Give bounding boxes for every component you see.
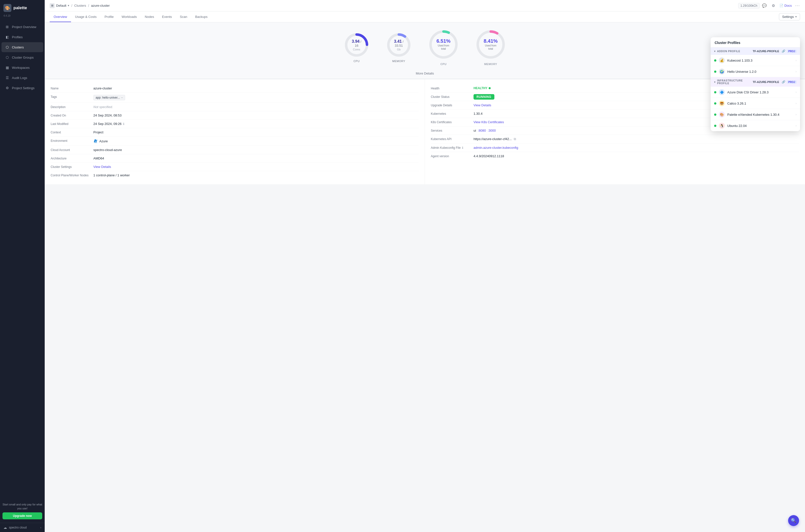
infra-type-label: INFRASTRUCTURE PROFILE bbox=[717, 79, 751, 85]
sidebar-footer: ☁ spectro cloud ‹ bbox=[0, 523, 45, 532]
upgrade-button[interactable]: Upgrade now bbox=[2, 512, 42, 519]
tab-scan[interactable]: Scan bbox=[176, 12, 191, 22]
azure-disk-icon: 🔷 bbox=[719, 89, 725, 95]
tag-remove-icon[interactable]: − bbox=[121, 96, 123, 100]
sidebar-item-project-settings[interactable]: ⚙ Project Settings bbox=[1, 83, 43, 93]
calico-chevron-icon: › bbox=[796, 101, 797, 105]
tab-usage-costs[interactable]: Usage & Costs bbox=[71, 12, 100, 22]
profile-item-hello-universe[interactable]: 🌍 Hello Universe 1.2.0 › bbox=[711, 66, 800, 77]
tab-events[interactable]: Events bbox=[158, 12, 176, 22]
service-port-3000[interactable]: :3000 bbox=[488, 129, 496, 132]
profile-item-calico[interactable]: 🐯 Calico 3.26.1 › bbox=[711, 98, 800, 109]
sidebar-item-project-overview[interactable]: ⊞ Project Overview bbox=[1, 22, 43, 32]
breadcrumb-clusters[interactable]: Clusters bbox=[74, 4, 86, 7]
topbar: ⊞ Default ▾ / Clusters / azure-cluster 1… bbox=[45, 0, 805, 12]
azure-disk-chevron-icon: › bbox=[796, 90, 797, 94]
infra-profile-name: TF-AZURE-PROFILE bbox=[753, 80, 779, 83]
hello-universe-status-dot bbox=[714, 71, 716, 73]
kubecost-icon: 💰 bbox=[719, 57, 725, 63]
tab-nodes[interactable]: Nodes bbox=[141, 12, 158, 22]
azure-logo: Azure bbox=[93, 139, 419, 143]
audit-logs-icon: ☰ bbox=[5, 76, 9, 80]
env-dropdown-chevron: ▾ bbox=[68, 4, 69, 7]
addon-proj-badge: PROJ bbox=[787, 50, 797, 53]
environment-selector[interactable]: ⊞ Default ▾ bbox=[50, 3, 69, 8]
detail-left-col: Name azure-cluster Tags app: hello-unive… bbox=[45, 79, 425, 184]
k8s-api-copy-icon[interactable]: ⧉ bbox=[514, 137, 516, 141]
ubuntu-name: Ubuntu 22.04 bbox=[727, 124, 793, 128]
profile-item-palette-k8s[interactable]: 🎨 Palette eXtended Kubernetes 1.30.4 › bbox=[711, 109, 800, 120]
kubecost-status-dot bbox=[714, 59, 716, 62]
service-port-8080[interactable]: :8080 bbox=[478, 129, 486, 132]
settings-icon[interactable]: ⚙ bbox=[770, 3, 776, 8]
addon-profile-header[interactable]: ▾ ADDON PROFILE TF-AZURE-PROFILE 🔗 PROJ bbox=[711, 48, 800, 55]
tab-profile[interactable]: Profile bbox=[100, 12, 118, 22]
memory-metric: 3.41 / 33.51 Gb MEMORY bbox=[385, 31, 413, 62]
health-dot bbox=[488, 87, 491, 89]
sidebar-item-label: Clusters bbox=[12, 45, 24, 49]
cpu-donut: 3.94 / 16 Cores bbox=[343, 31, 370, 59]
sidebar-item-clusters[interactable]: ⬡ Clusters bbox=[1, 42, 43, 52]
hello-universe-chevron-icon: › bbox=[796, 70, 797, 73]
breadcrumb-current: azure-cluster bbox=[91, 4, 110, 7]
modified-info-icon[interactable]: ℹ bbox=[123, 122, 124, 126]
sidebar-collapse-icon[interactable]: ‹ bbox=[40, 526, 41, 529]
detail-row-created: Created On 24 Sep 2024, 08:53 bbox=[51, 111, 419, 120]
sidebar-item-cluster-groups[interactable]: ⬡ Cluster Groups bbox=[1, 52, 43, 62]
breadcrumb-separator-1: / bbox=[71, 4, 72, 8]
addon-type-label: ADDON PROFILE bbox=[717, 50, 751, 53]
profile-item-ubuntu[interactable]: 🐧 Ubuntu 22.04 › bbox=[711, 120, 800, 131]
memory-ring-metric: 8.41% Used from total MEMORY bbox=[475, 28, 507, 65]
logo-text: palette bbox=[14, 5, 27, 11]
addon-profile-name: TF-AZURE-PROFILE bbox=[753, 50, 779, 53]
running-badge: RUNNING bbox=[474, 94, 494, 100]
tab-backups[interactable]: Backups bbox=[191, 12, 212, 22]
infra-proj-badge: PROJ bbox=[787, 80, 797, 84]
tab-bar: Overview Usage & Costs Profile Workloads… bbox=[50, 12, 212, 22]
memory-ring: 8.41% Used from total bbox=[475, 28, 507, 61]
kubecost-chevron-icon: › bbox=[796, 59, 797, 62]
search-fab-icon: 🔍 bbox=[791, 518, 796, 523]
kubeconfig-link[interactable]: admin.azure-cluster.kubeconfig bbox=[474, 146, 799, 150]
sidebar-item-profiles[interactable]: ◧ Profiles bbox=[1, 32, 43, 42]
palette-k8s-status-dot bbox=[714, 114, 716, 116]
chat-icon[interactable]: 💬 bbox=[762, 3, 767, 8]
memory-value: 3.41 / 33.51 Gb bbox=[392, 39, 406, 51]
infra-profile-header[interactable]: ▾ INFRASTRUCTURE PROFILE TF-AZURE-PROFIL… bbox=[711, 77, 800, 87]
search-fab[interactable]: 🔍 bbox=[788, 515, 799, 526]
detail-row-context: Context Project bbox=[51, 128, 419, 137]
sidebar-item-label: Profiles bbox=[12, 35, 23, 39]
kubeconfig-info-icon[interactable]: ℹ bbox=[462, 146, 463, 150]
tab-overview[interactable]: Overview bbox=[50, 12, 71, 22]
detail-row-cluster-settings: Cluster Settings View Details bbox=[51, 163, 419, 171]
cpu-value: 3.94 / 16 Cores bbox=[350, 39, 364, 51]
settings-button[interactable]: Settings ▾ bbox=[779, 13, 800, 20]
more-options-icon[interactable]: ··· bbox=[795, 3, 800, 8]
palette-k8s-chevron-icon: › bbox=[796, 113, 797, 116]
cluster-settings-link[interactable]: View Details bbox=[93, 165, 419, 169]
more-details-link[interactable]: More Details bbox=[45, 68, 805, 79]
sidebar-item-workspaces[interactable]: ▦ Workspaces bbox=[1, 62, 43, 73]
palette-k8s-icon: 🎨 bbox=[719, 112, 725, 117]
addon-link-icon[interactable]: 🔗 bbox=[782, 50, 785, 53]
infra-collapse-icon: ▾ bbox=[714, 80, 715, 84]
profiles-icon: ◧ bbox=[5, 35, 9, 39]
main-content: ⊞ Default ▾ / Clusters / azure-cluster 1… bbox=[45, 0, 805, 532]
docs-link[interactable]: 📄 Docs bbox=[780, 4, 792, 7]
cpu-ring-value: 6.51% Used from total bbox=[436, 38, 452, 51]
project-overview-icon: ⊞ bbox=[5, 24, 9, 29]
sidebar-item-audit-logs[interactable]: ☰ Audit Logs bbox=[1, 73, 43, 83]
detail-row-kubeconfig: Admin Kubeconfig File ℹ admin.azure-clus… bbox=[431, 144, 799, 152]
cpu-ring-metric: 6.51% Used from total CPU bbox=[427, 28, 460, 65]
detail-row-k8s-api: Kubernetes API https://azure-cluster-cf4… bbox=[431, 135, 799, 144]
profile-item-azure-disk[interactable]: 🔷 Azure Disk CSI Driver 1.28.3 › bbox=[711, 87, 800, 98]
cpu-ring-label: CPU bbox=[440, 62, 447, 65]
page-header: Overview Usage & Costs Profile Workloads… bbox=[45, 12, 805, 22]
profile-item-kubecost[interactable]: 💰 Kubecost 1.103.3 › bbox=[711, 55, 800, 66]
upgrade-text: Start small and only pay for what you us… bbox=[2, 503, 42, 510]
content-wrapper: 3.94 / 16 Cores CPU bbox=[45, 22, 805, 184]
usage-indicator: 1.29/100kCh bbox=[738, 3, 760, 8]
infra-link-icon[interactable]: 🔗 bbox=[782, 80, 785, 84]
tab-workloads[interactable]: Workloads bbox=[118, 12, 141, 22]
breadcrumb-separator-2: / bbox=[88, 4, 89, 8]
